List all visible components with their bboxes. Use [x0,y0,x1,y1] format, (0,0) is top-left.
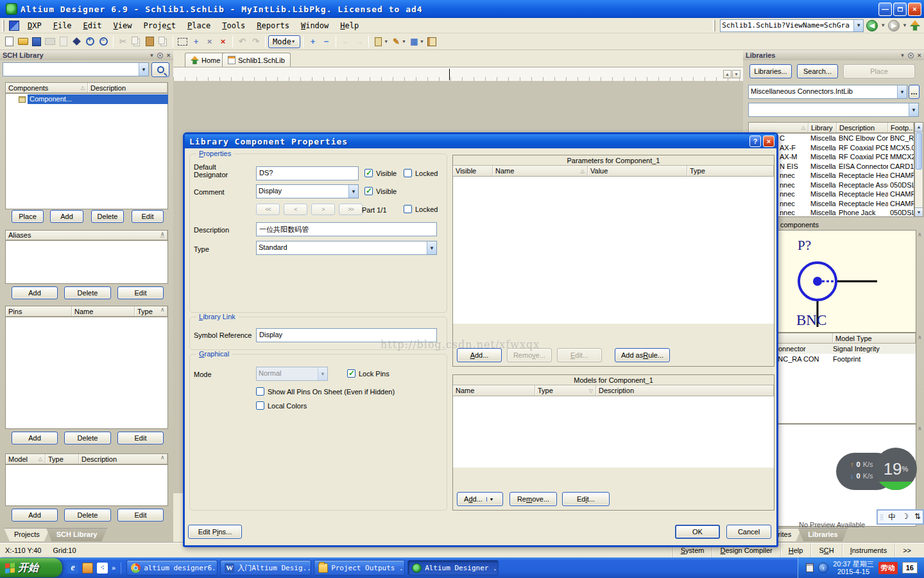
drawing-tool-icon[interactable]: ✎ [389,35,403,48]
menu-item-tools[interactable]: Tools [216,19,251,32]
remove-button[interactable]: Remove... [509,492,557,506]
comment-visible-checkbox[interactable] [364,187,373,195]
select-area-icon[interactable] [176,35,189,48]
add-button[interactable]: Add [50,210,83,223]
part-nav-first-button[interactable]: << [256,204,280,215]
close-button[interactable]: × [908,3,921,16]
column-header-components[interactable]: Components△ [6,83,88,92]
component-mask-combo[interactable]: ▼ [748,103,919,117]
column-header-name[interactable]: Name [72,306,135,316]
column-header-value[interactable]: Value [588,166,687,176]
close-icon[interactable]: ✕ [166,53,171,58]
column-header-item[interactable]: △ [749,123,809,132]
tray-clipboard-icon[interactable] [806,563,814,572]
edit-button[interactable]: Edit [117,286,164,299]
zoom-in-icon[interactable] [83,35,97,48]
menu-item-view[interactable]: View [108,19,138,32]
start-button[interactable]: 开始 [0,558,62,577]
tray-clock[interactable]: 20:37 星期三 2015-4-15 [833,560,874,575]
move-icon[interactable]: + [189,35,203,48]
paw-app-icon[interactable]: ⁖ [97,563,108,574]
part-nav-next-button[interactable]: > [311,204,335,215]
statusbar-sch-button[interactable]: SCH [810,543,841,557]
models-list[interactable] [453,396,774,468]
help-icon[interactable]: ? [749,136,761,147]
collapse-icon[interactable]: ∧ [160,231,165,237]
pin-icon[interactable] [157,53,163,58]
parameters-list[interactable] [453,177,774,324]
column-header-model[interactable]: Model△ [6,454,46,464]
tray-collapse-icon[interactable]: ‹ [818,563,828,573]
forward-nav-button[interactable]: ▶ [888,20,900,31]
new-document-icon[interactable] [3,35,16,48]
component-tool-icon[interactable] [372,35,385,48]
menu-item-file[interactable]: File [47,19,78,32]
menu-item-edit[interactable]: Edit [78,19,108,32]
tab-home[interactable]: Home [185,53,226,67]
memory-usage-widget[interactable]: 19 % [875,448,917,490]
statusbar-item-button[interactable]: >> [894,543,919,557]
column-header-name[interactable]: Name△ [493,166,588,176]
forward-dropdown-icon[interactable]: ▼ [902,22,907,28]
close-icon[interactable]: × [763,136,774,147]
column-header-aliases[interactable]: Aliases△ [6,231,167,240]
description-input[interactable]: 一位共阳数码管 [256,222,437,236]
column-header-description[interactable]: Description [88,83,167,92]
library-select-combo[interactable]: Miscellaneous Connectors.IntLib ▼ [748,85,907,99]
column-header-library[interactable]: Library [809,123,837,132]
local-colors-checkbox[interactable] [256,401,264,410]
document-options-icon[interactable] [425,35,439,48]
menu-item-window[interactable]: Window [295,19,334,32]
lock-pins-checkbox[interactable] [347,369,355,378]
zoom-plus-icon[interactable]: + [306,35,320,48]
browse-library-icon[interactable] [70,35,83,48]
grid-tool-icon[interactable]: ▦ [407,35,421,48]
menu-item-dxp[interactable]: DXP [22,19,47,32]
internet-explorer-icon[interactable]: e [67,563,78,574]
save-icon[interactable] [30,35,43,48]
back-dropdown-icon[interactable]: ▼ [880,22,886,28]
menu-item-project[interactable]: Project [137,19,182,32]
component-filter-combo[interactable]: ▼ [3,62,149,76]
column-header-model-type[interactable]: Model Type [833,333,916,343]
column-header-visible[interactable]: Visible [453,166,493,176]
chevron-down-icon[interactable]: ▼ [149,53,154,58]
task-altium-designer6[interactable]: altium designer6... [126,560,218,575]
ok-button[interactable]: OK [675,525,720,539]
ime-language-icon[interactable]: 中 [888,512,896,523]
column-header-type[interactable]: Type [687,166,774,176]
drag-handle-icon[interactable]: ⣿ [880,514,885,520]
minimize-button[interactable]: — [878,3,892,16]
component-row[interactable]: Component... [6,94,168,104]
chevron-down-icon[interactable]: ▼ [348,185,358,198]
scrollbar[interactable]: ▲ ▼ [914,122,923,217]
column-header-description[interactable]: Description [79,454,167,464]
moon-icon[interactable]: ☽ [902,512,909,523]
collapse-icon[interactable]: ∧ [160,454,165,460]
zoom-minus-icon[interactable]: − [320,35,333,48]
paste-icon[interactable] [143,35,157,48]
edit-button[interactable]: Edit [117,432,164,444]
chevron-down-icon[interactable]: ▼ [139,63,148,76]
menu-item-help[interactable]: Help [334,19,364,32]
task-altium-designer[interactable]: Altium Designer ... [407,560,499,575]
column-header-type[interactable]: Type▽ [535,385,596,396]
menu-item-reports[interactable]: Reports [251,19,295,32]
column-header-type[interactable]: Type [46,454,79,464]
libraries-button[interactable]: Libraries... [749,64,792,78]
statusbar-help-button[interactable]: Help [780,543,811,557]
chevron-down-icon[interactable]: ▼ [427,241,436,254]
column-header-pins[interactable]: Pins [6,306,72,316]
scroll-up-icon[interactable]: ▲ [915,123,923,132]
dialog-titlebar[interactable]: Library Component Properties ? × [185,134,776,148]
part-nav-last-button[interactable]: >> [339,204,363,215]
show-all-pins-checkbox[interactable] [256,387,264,396]
home-page-icon[interactable] [910,21,920,31]
delete-button[interactable]: Delete [64,286,111,299]
place-button[interactable]: Place [12,210,44,223]
tab-sch-library[interactable]: SCH Library [46,528,108,541]
add-button[interactable]: Add...▼ [457,492,503,506]
edit-pins-button[interactable]: Edit Pins... [188,525,242,539]
collapse-icon[interactable]: ∧ [918,425,922,432]
edit-button[interactable]: Edit... [562,492,610,506]
